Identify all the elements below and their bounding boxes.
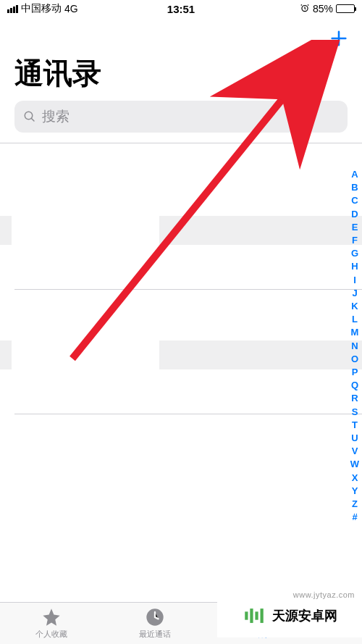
list-item[interactable]: [0, 245, 362, 290]
status-right: 85%: [300, 3, 355, 15]
watermark-url: www.jytyaz.com: [293, 590, 355, 599]
list-item[interactable]: [0, 369, 362, 414]
index-letter[interactable]: V: [349, 445, 361, 458]
status-left: 中国移动 4G: [7, 2, 78, 15]
svg-rect-7: [255, 611, 258, 619]
nav-header: [0, 17, 362, 54]
battery-pct: 85%: [313, 3, 333, 14]
alphabet-index[interactable]: A B C D E F G H I J K L M N O P Q R S T …: [349, 168, 361, 524]
add-contact-button[interactable]: [327, 27, 350, 50]
search-input[interactable]: 搜索: [14, 101, 348, 133]
index-letter[interactable]: #: [349, 511, 361, 524]
index-letter[interactable]: U: [349, 432, 361, 445]
status-bar: 中国移动 4G 13:51 85%: [0, 0, 362, 17]
svg-rect-6: [250, 609, 253, 623]
index-letter[interactable]: W: [349, 458, 361, 471]
watermark-text: 天源安卓网: [272, 607, 337, 624]
tab-label: 最近通话: [139, 629, 171, 640]
alarm-icon: [300, 3, 310, 15]
search-container: 搜索: [0, 101, 362, 143]
index-letter[interactable]: M: [349, 326, 361, 339]
tab-favorites[interactable]: 个人收藏: [0, 603, 104, 644]
index-letter[interactable]: G: [349, 247, 361, 260]
index-letter[interactable]: L: [349, 313, 361, 326]
index-letter[interactable]: H: [349, 260, 361, 273]
index-letter[interactable]: P: [349, 366, 361, 379]
watermark-logo-icon: [242, 603, 266, 628]
page-title: 通讯录: [0, 54, 362, 101]
index-letter[interactable]: Q: [349, 379, 361, 392]
index-letter[interactable]: J: [349, 287, 361, 300]
tab-label: 个人收藏: [35, 629, 67, 640]
index-letter[interactable]: C: [349, 194, 361, 207]
section-header: [0, 216, 362, 245]
network-label: 4G: [64, 3, 78, 14]
star-icon: [41, 607, 62, 627]
battery-icon: [336, 4, 355, 13]
svg-rect-8: [261, 609, 264, 623]
status-time: 13:51: [167, 3, 195, 15]
index-letter[interactable]: R: [349, 392, 361, 405]
plus-icon: [329, 28, 349, 49]
index-letter[interactable]: I: [349, 274, 361, 287]
watermark: 天源安卓网: [217, 594, 362, 637]
section-header: [0, 340, 362, 369]
index-letter[interactable]: X: [349, 472, 361, 485]
search-icon: [23, 110, 36, 123]
clock-icon: [144, 607, 166, 627]
index-letter[interactable]: B: [349, 181, 361, 194]
contacts-list[interactable]: [0, 143, 362, 569]
index-letter[interactable]: O: [349, 353, 361, 366]
search-placeholder: 搜索: [42, 107, 70, 126]
index-letter[interactable]: D: [349, 208, 361, 221]
index-letter[interactable]: E: [349, 221, 361, 234]
carrier-label: 中国移动: [21, 2, 62, 15]
index-letter[interactable]: T: [349, 419, 361, 432]
tab-recents[interactable]: 最近通话: [104, 603, 207, 644]
index-letter[interactable]: N: [349, 340, 361, 353]
svg-rect-5: [245, 611, 248, 619]
signal-icon: [7, 5, 18, 13]
index-letter[interactable]: Y: [349, 485, 361, 498]
index-letter[interactable]: K: [349, 300, 361, 313]
index-letter[interactable]: S: [349, 406, 361, 419]
index-letter[interactable]: A: [349, 168, 361, 181]
index-letter[interactable]: Z: [349, 498, 361, 511]
index-letter[interactable]: F: [349, 234, 361, 247]
